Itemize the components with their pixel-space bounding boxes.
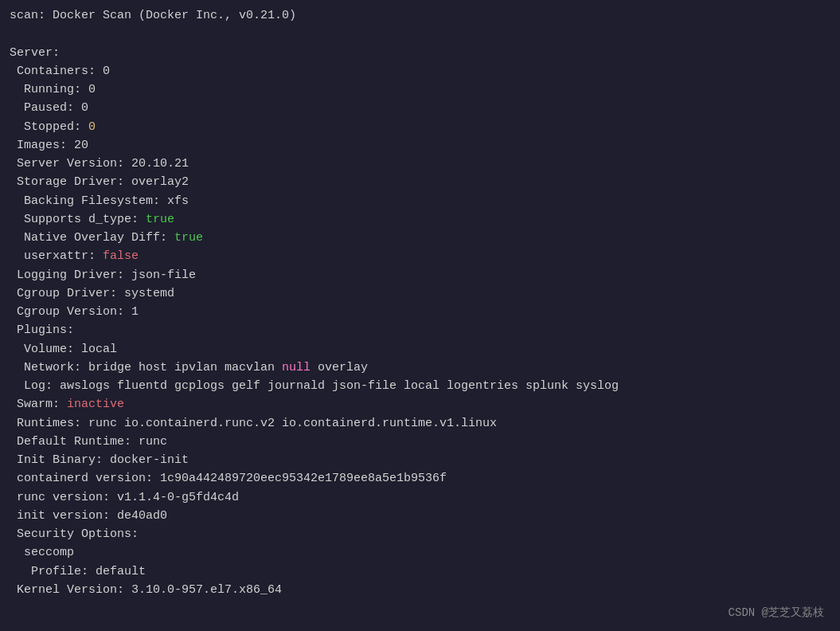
terminal-window: scan: Docker Scan (Docker Inc., v0.21.0)… [0, 0, 840, 631]
terminal-line: Storage Driver: overlay2 [10, 173, 830, 191]
terminal-line: Native Overlay Diff: true [10, 229, 830, 247]
terminal-line: Init Binary: docker-init [10, 451, 830, 469]
terminal-line [10, 25, 830, 43]
terminal-line: Volume: local [10, 340, 830, 359]
terminal-line: Containers: 0 [10, 62, 830, 80]
terminal-line: Security Options: [10, 525, 830, 543]
terminal-line: Logging Driver: json-file [10, 266, 830, 284]
terminal-line: Cgroup Driver: systemd [10, 284, 830, 303]
terminal-line: runc version: v1.1.4-0-g5fd4c4d [10, 488, 830, 507]
terminal-line: userxattr: false [10, 247, 830, 265]
terminal-line: scan: Docker Scan (Docker Inc., v0.21.0) [10, 6, 830, 25]
terminal-line: Supports d_type: true [10, 210, 830, 229]
terminal-line: containerd version: 1c90a442489720eec953… [10, 469, 830, 488]
terminal-line: Default Runtime: runc [10, 433, 830, 451]
terminal-line: Network: bridge host ipvlan macvlan null… [10, 359, 830, 377]
terminal-line: Profile: default [10, 562, 830, 581]
terminal-line: Server Version: 20.10.21 [10, 155, 830, 173]
terminal-line: init version: de40ad0 [10, 507, 830, 525]
terminal-line: Runtimes: runc io.containerd.runc.v2 io.… [10, 414, 830, 433]
terminal-content: scan: Docker Scan (Docker Inc., v0.21.0)… [10, 6, 830, 599]
terminal-line: Backing Filesystem: xfs [10, 192, 830, 210]
terminal-line: Server: [10, 44, 830, 62]
terminal-line: Log: awslogs fluentd gcplogs gelf journa… [10, 377, 830, 395]
terminal-line: Kernel Version: 3.10.0-957.el7.x86_64 [10, 581, 830, 599]
terminal-line: seccomp [10, 543, 830, 562]
terminal-line: Swarm: inactive [10, 395, 830, 413]
terminal-line: Paused: 0 [10, 99, 830, 117]
terminal-line: Images: 20 [10, 136, 830, 155]
terminal-line: Cgroup Version: 1 [10, 303, 830, 321]
watermark: CSDN @芝芝又荔枝 [729, 606, 824, 620]
terminal-line: Plugins: [10, 321, 830, 339]
terminal-line: Stopped: 0 [10, 118, 830, 136]
terminal-line: Running: 0 [10, 80, 830, 99]
